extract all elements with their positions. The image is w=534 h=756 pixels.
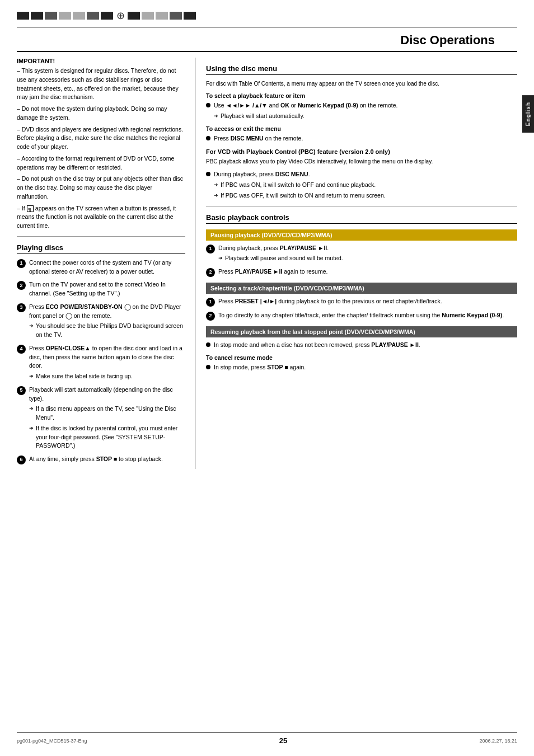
access-menu-item: Press DISC MENU on the remote. <box>206 134 517 143</box>
page-footer: pg001-pg042_MCD515-37-Eng 25 2006.2.27, … <box>17 732 517 745</box>
page-title-bar: Disc Operations <box>17 27 517 52</box>
basic-playback-title: Basic playback controls <box>206 213 517 224</box>
english-tab: English <box>522 95 534 133</box>
resuming-item: In stop mode and when a disc has not bee… <box>206 341 517 350</box>
pause-arrow-1: Playback will pause and sound will be mu… <box>218 254 517 263</box>
bullet-dot-2 <box>206 136 210 140</box>
list-item: 1 Connect the power cords of the system … <box>17 259 185 276</box>
select-feature-item: Use ◄◄/►► /▲/▼ and OK or Numeric Keypad … <box>206 101 517 121</box>
cancel-resume-content: In stop mode, press STOP ■ again. <box>214 363 517 372</box>
vcd-pbc-item: During playback, press DISC MENU. If PBC… <box>206 170 517 200</box>
bar-block-10 <box>156 12 168 20</box>
list-item: 5 Playback will start automatically (dep… <box>17 386 185 450</box>
list-item: 6 At any time, simply press STOP ■ to st… <box>17 455 185 464</box>
vcd-pbc-intro: PBC playback allows you to play Video CD… <box>206 157 517 166</box>
list-item: 2 Turn on the TV power and set to the co… <box>17 280 185 298</box>
important-p1: – This system is designed for regular di… <box>17 67 185 102</box>
resuming-list: In stop mode and when a disc has not bee… <box>206 341 517 350</box>
important-label: IMPORTANT! <box>17 58 185 64</box>
bar-block-4 <box>59 12 71 20</box>
bar-block-2 <box>31 12 43 20</box>
access-menu-subtitle: To access or exit the menu <box>206 125 517 132</box>
step-5-arrow-2: If the disc is locked by parental contro… <box>29 424 185 450</box>
important-p4: – According to the format requirement of… <box>17 154 185 172</box>
section-divider-2 <box>206 206 517 206</box>
disc-menu-intro: For disc with Table Of Contents, a menu … <box>206 79 517 88</box>
bar-block-8 <box>128 12 140 20</box>
vcd-pbc-content: During playback, press DISC MENU. If PBC… <box>214 170 517 200</box>
right-column: Using the disc menu For disc with Table … <box>196 58 517 469</box>
step-1-content: Connect the power cords of the system an… <box>29 259 185 276</box>
step-number-1: 1 <box>17 259 26 268</box>
important-p2: – Do not move the system during playback… <box>17 105 185 123</box>
select-step-1: 1 <box>206 298 215 307</box>
list-item: 1 During playback, press PLAY/PAUSE ►II.… <box>206 244 517 264</box>
pause-step-2: 2 <box>206 268 215 277</box>
bar-block-7 <box>101 12 113 20</box>
playing-discs-list: 1 Connect the power cords of the system … <box>17 259 185 464</box>
select-feature-list: Use ◄◄/►► /▲/▼ and OK or Numeric Keypad … <box>206 101 517 121</box>
select-feature-arrow: Playback will start automatically. <box>214 112 517 121</box>
bar-block-12 <box>184 12 196 20</box>
pausing-box-title: Pausing playback (DVD/VCD/CD/MP3/WMA) <box>206 229 517 241</box>
top-bar-left-blocks <box>17 10 196 21</box>
important-p5: – Do not push on the disc tray or put an… <box>17 175 185 201</box>
bar-block-5 <box>73 12 85 20</box>
page-title: Disc Operations <box>34 33 495 48</box>
list-item: 2 Press PLAY/PAUSE ►II again to resume. <box>206 267 517 277</box>
step-6-content: At any time, simply press STOP ■ to stop… <box>29 455 185 464</box>
footer-left: pg001-pg042_MCD515-37-Eng <box>17 738 87 744</box>
step-4-arrow: Make sure the label side is facing up. <box>29 372 185 381</box>
step-3-content: Press ECO POWER/STANDBY-ON ◯ on the DVD … <box>29 303 185 340</box>
access-menu-list: Press DISC MENU on the remote. <box>206 134 517 143</box>
bullet-dot-1 <box>206 103 210 107</box>
step-5-content: Playback will start automatically (depen… <box>29 386 185 450</box>
step-number-5: 5 <box>17 386 26 395</box>
pausing-list: 1 During playback, press PLAY/PAUSE ►II.… <box>206 244 517 278</box>
bar-block-6 <box>87 12 99 20</box>
main-content: IMPORTANT! – This system is designed for… <box>0 52 534 480</box>
list-item: 1 Press PRESET |◄/►| during playback to … <box>206 297 517 307</box>
disc-menu-title: Using the disc menu <box>206 64 517 75</box>
crosshair-left <box>115 10 126 21</box>
bar-block-3 <box>45 12 57 20</box>
resuming-content: In stop mode and when a disc has not bee… <box>214 341 517 350</box>
select-feature-subtitle: To select a playback feature or item <box>206 92 517 99</box>
pause-step-1: 1 <box>206 245 215 253</box>
step-4-content: Press OPEN•CLOSE▲ to open the disc door … <box>29 344 185 381</box>
select-feature-content: Use ◄◄/►► /▲/▼ and OK or Numeric Keypad … <box>214 101 517 121</box>
step-2-content: Turn on the TV power and set to the corr… <box>29 280 185 298</box>
step-5-arrow-1: If a disc menu appears on the TV, see "U… <box>29 405 185 422</box>
selecting-list: 1 Press PRESET |◄/►| during playback to … <box>206 297 517 321</box>
step-3-arrow: You should see the blue Philips DVD back… <box>29 322 185 340</box>
access-menu-content: Press DISC MENU on the remote. <box>214 134 517 143</box>
pause-step-2-content: Press PLAY/PAUSE ►II again to resume. <box>218 267 517 276</box>
important-text: – This system is designed for regular di… <box>17 67 185 231</box>
step-number-6: 6 <box>17 456 26 464</box>
list-item: 2 To go directly to any chapter/ title/t… <box>206 311 517 321</box>
resuming-box-title: Resuming playback from the last stopped … <box>206 326 517 337</box>
section-divider-1 <box>17 236 185 237</box>
step-number-4: 4 <box>17 345 26 354</box>
bullet-dot-3 <box>206 172 210 176</box>
top-bar <box>0 0 534 27</box>
select-step-2: 2 <box>206 312 215 321</box>
cancel-resume-item: In stop mode, press STOP ■ again. <box>206 363 517 372</box>
cancel-resume-subtitle: To cancel resume mode <box>206 354 517 361</box>
vcd-pbc-title: For VCD with Playback Control (PBC) feat… <box>206 148 517 155</box>
playing-discs-title: Playing discs <box>17 243 185 254</box>
step-number-2: 2 <box>17 281 26 290</box>
important-p3: – DVD discs and players are designed wit… <box>17 125 185 152</box>
cancel-resume-list: In stop mode, press STOP ■ again. <box>206 363 517 372</box>
select-step-1-content: Press PRESET |◄/►| during playback to go… <box>218 297 517 306</box>
bar-block-11 <box>170 12 182 20</box>
select-step-2-content: To go directly to any chapter/ title/tra… <box>218 311 517 320</box>
important-p6: – If ╗ appears on the TV screen when a b… <box>17 204 185 231</box>
footer-right: 2006.2.27, 16:21 <box>479 738 517 744</box>
bar-block-9 <box>142 12 154 20</box>
vcd-arrow-1: If PBC was ON, it will switch to OFF and… <box>214 181 517 190</box>
list-item: 3 Press ECO POWER/STANDBY-ON ◯ on the DV… <box>17 303 185 340</box>
bullet-dot-5 <box>206 365 210 369</box>
list-item: 4 Press OPEN•CLOSE▲ to open the disc doo… <box>17 344 185 381</box>
vcd-pbc-list: During playback, press DISC MENU. If PBC… <box>206 170 517 200</box>
